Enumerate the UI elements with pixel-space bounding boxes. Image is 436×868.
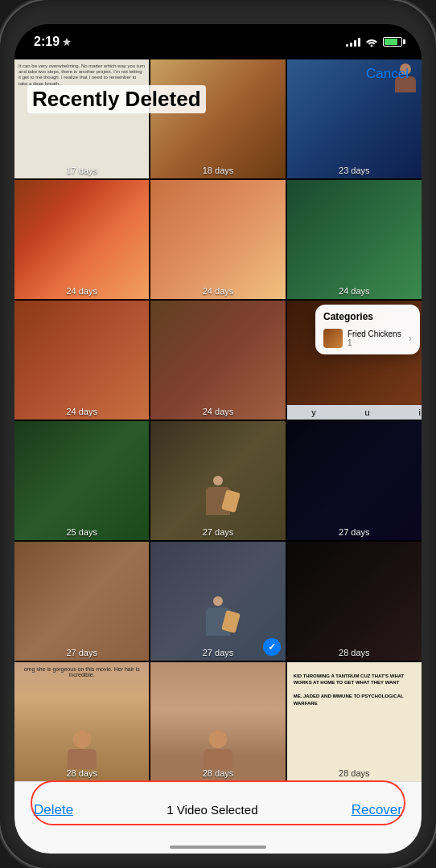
days-label: 28 days — [287, 768, 422, 778]
cancel-button[interactable]: Cancel — [366, 66, 409, 82]
category-thumb — [323, 329, 343, 348]
content-area: Cancel Recently Deleted It can be very o… — [14, 59, 422, 854]
photo-cell[interactable]: 24 days — [150, 180, 285, 299]
status-right — [346, 37, 402, 47]
meme-text: KID THROWING A TANTRUM CUZ THAT'S WHAT W… — [291, 670, 417, 709]
days-label: 27 days — [150, 648, 285, 657]
photo-cell[interactable]: 24 days — [287, 180, 422, 299]
photo-cell[interactable]: omg she is gorgeous on this movie. Her h… — [14, 662, 149, 781]
notch — [158, 24, 278, 47]
photo-cell[interactable]: 24 days — [14, 301, 149, 420]
days-label: 28 days — [14, 768, 149, 778]
photo-cell[interactable]: 27 days — [150, 421, 285, 540]
photo-cell[interactable]: KID THROWING A TANTRUM CUZ THAT'S WHAT W… — [287, 662, 422, 781]
photo-cell[interactable]: 24 days — [150, 301, 285, 420]
signal-icon — [346, 37, 360, 47]
phone-frame: 2:19 — [0, 0, 436, 868]
status-time: 2:19 — [34, 35, 71, 49]
photo-cell[interactable]: 25 days — [14, 421, 149, 540]
svg-point-0 — [371, 45, 373, 47]
categories-title: Categories — [323, 311, 412, 322]
category-item[interactable]: Fried Chickens 1 › — [323, 329, 412, 348]
delete-button[interactable]: Delete — [34, 802, 73, 818]
bottom-toolbar: Delete 1 Video Selected Recover — [14, 781, 422, 854]
days-label: 24 days — [287, 286, 422, 296]
nav-bar: Cancel — [14, 59, 422, 88]
location-icon — [63, 38, 71, 46]
days-label: 24 days — [14, 407, 149, 416]
recover-button[interactable]: Recover — [352, 802, 402, 818]
keyboard-hint: q w e r t y u i o p — [287, 405, 422, 420]
days-label: 27 days — [150, 527, 285, 537]
home-indicator — [170, 845, 266, 849]
photo-cell[interactable]: ✓ 27 days — [150, 542, 285, 661]
page-title: Recently Deleted — [27, 85, 206, 113]
photo-cell[interactable]: 24 days Categories Fried Chickens 1 › — [287, 301, 422, 420]
photo-cell[interactable]: 28 days — [150, 662, 285, 781]
category-info: Fried Chickens 1 — [348, 330, 404, 347]
category-name: Fried Chickens — [348, 330, 404, 338]
days-label: 24 days — [150, 286, 285, 296]
wifi-icon — [365, 37, 378, 47]
category-count: 1 — [348, 338, 404, 347]
portrait-face — [66, 731, 98, 769]
phone-screen: 2:19 — [14, 24, 422, 854]
portrait-face — [202, 731, 234, 769]
days-label: 17 days — [14, 166, 149, 175]
photo-cell[interactable]: 27 days — [14, 542, 149, 661]
days-label: 24 days — [14, 286, 149, 296]
photo-cell[interactable]: 28 days — [287, 542, 422, 661]
days-label: 18 days — [150, 166, 285, 175]
guitar-player-photo — [198, 596, 238, 645]
guitar-player-photo — [198, 476, 238, 524]
categories-popup: Categories Fried Chickens 1 › — [315, 305, 420, 354]
days-label: 28 days — [287, 648, 422, 657]
photo-cell[interactable]: 27 days — [287, 421, 422, 540]
photo-cell[interactable]: 24 days — [14, 180, 149, 299]
days-label: 24 days — [150, 407, 285, 416]
battery-icon — [383, 37, 402, 47]
chevron-right-icon: › — [409, 333, 412, 344]
days-label: 28 days — [150, 768, 285, 778]
portrait-text: omg she is gorgeous on this movie. Her h… — [14, 666, 149, 678]
days-label: 23 days — [287, 166, 422, 175]
selected-label: 1 Video Selected — [167, 803, 257, 817]
days-label: 27 days — [14, 648, 149, 657]
days-label: 25 days — [14, 527, 149, 537]
days-label: 27 days — [287, 527, 422, 537]
photo-grid: It can be very overwhelming. No matter w… — [14, 59, 422, 781]
